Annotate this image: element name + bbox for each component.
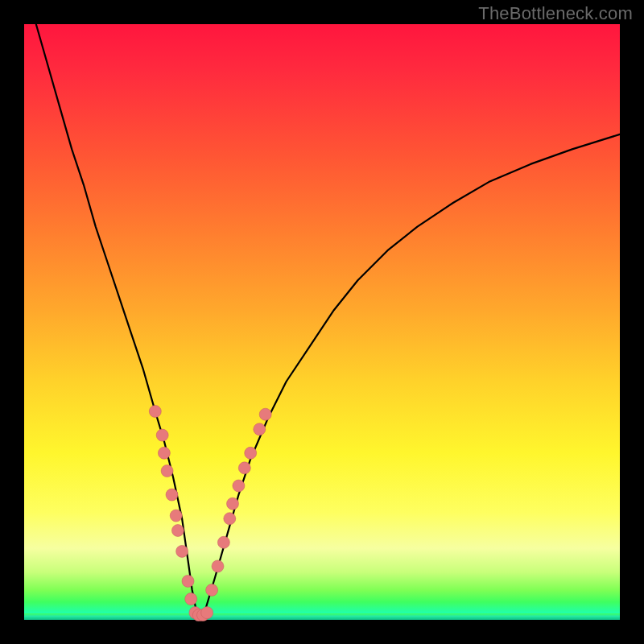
chart-overlay: [24, 24, 620, 620]
data-dot: [176, 545, 188, 557]
data-dot: [233, 480, 245, 492]
data-dot: [254, 423, 266, 436]
data-dot: [224, 513, 236, 525]
chart-frame: TheBottleneck.com: [0, 0, 644, 644]
data-dot: [161, 465, 173, 477]
data-dot: [259, 408, 271, 420]
data-dot: [182, 575, 194, 587]
watermark-text: TheBottleneck.com: [478, 3, 633, 24]
data-dot: [217, 536, 229, 548]
data-dot: [212, 560, 224, 572]
data-dot: [206, 584, 218, 597]
data-dot: [156, 429, 168, 441]
data-dot: [170, 510, 182, 522]
data-dot: [238, 462, 250, 474]
bottleneck-curve: [36, 24, 620, 616]
data-dot: [166, 489, 178, 501]
data-dot: [227, 497, 239, 510]
data-dot: [185, 593, 197, 605]
data-dot: [158, 447, 170, 459]
data-dots: [149, 406, 271, 621]
data-dot: [201, 607, 213, 619]
data-dot: [149, 406, 161, 418]
data-dot: [245, 447, 257, 459]
data-dot: [171, 525, 184, 537]
plot-area: [24, 24, 620, 620]
